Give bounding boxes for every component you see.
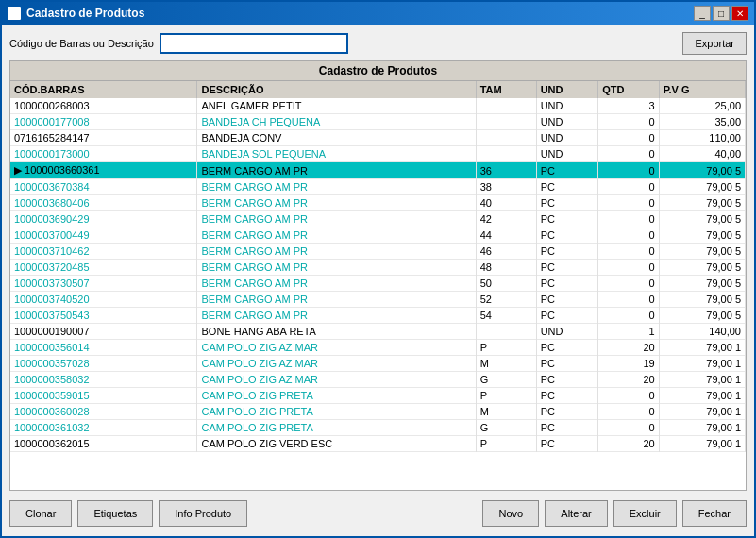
search-input[interactable] [160, 33, 348, 54]
cell-barcode: 1000000357028 [10, 356, 197, 372]
table-row[interactable]: 1000000361032 CAM POLO ZIG PRETA G PC 0 … [10, 420, 746, 436]
cell-pv: 25,00 [659, 98, 745, 114]
table-row[interactable]: 1000000358032 CAM POLO ZIG AZ MAR G PC 2… [10, 372, 746, 388]
table-row[interactable]: 1000000360028 CAM POLO ZIG PRETA M PC 0 … [10, 404, 746, 420]
cell-desc: CAM POLO ZIG PRETA [197, 420, 476, 436]
table-row[interactable]: 1000000357028 CAM POLO ZIG AZ MAR M PC 1… [10, 356, 746, 372]
cell-tam: G [476, 372, 536, 388]
cell-und: UND [536, 146, 598, 162]
cell-pv: 79,00 1 [659, 420, 745, 436]
table-row[interactable]: 1000000356014 CAM POLO ZIG AZ MAR P PC 2… [10, 340, 746, 356]
cell-tam: 44 [476, 227, 536, 244]
table-row[interactable]: 1000003690429 BERM CARGO AM PR 42 PC 0 7… [10, 211, 746, 227]
table-row[interactable]: 1000003670384 BERM CARGO AM PR 38 PC 0 7… [10, 179, 746, 195]
table-row[interactable]: ▶ 1000003660361 BERM CARGO AM PR 36 PC 0… [10, 162, 746, 179]
table-row[interactable]: 1000003740520 BERM CARGO AM PR 52 PC 0 7… [10, 292, 746, 308]
table-row[interactable]: 1000000362015 CAM POLO ZIG VERD ESC P PC… [10, 436, 746, 452]
new-button[interactable]: Novo [482, 500, 539, 527]
info-button[interactable]: Info Produto [159, 500, 247, 527]
cell-barcode: 1000000362015 [10, 436, 197, 452]
cell-und: PC [536, 340, 598, 356]
cell-pv: 79,00 5 [659, 244, 745, 260]
cell-qtd: 0 [598, 195, 659, 211]
cell-pv: 79,00 1 [659, 404, 745, 420]
export-button[interactable]: Exportar [682, 32, 747, 55]
cell-desc: CAM POLO ZIG AZ MAR [197, 356, 476, 372]
window-icon [8, 7, 21, 20]
table-row[interactable]: 1000003710462 BERM CARGO AM PR 46 PC 0 7… [10, 244, 746, 260]
cell-und: PC [536, 244, 598, 260]
cell-desc: BANDEJA CONV [197, 130, 476, 146]
cell-pv: 79,00 1 [659, 340, 745, 356]
clone-button[interactable]: Clonar [9, 500, 72, 527]
cell-und: PC [536, 420, 598, 436]
cell-tam [476, 146, 536, 162]
cell-tam [476, 324, 536, 340]
table-row[interactable]: 1000000173000 BANDEJA SOL PEQUENA UND 0 … [10, 146, 746, 162]
cell-barcode: 1000003670384 [10, 179, 197, 195]
cell-barcode: 1000000356014 [10, 340, 197, 356]
cell-desc: BERM CARGO AM PR [197, 308, 476, 324]
table-body: 1000000268003 ANEL GAMER PETIT UND 3 25,… [10, 98, 746, 452]
cell-desc: BERM CARGO AM PR [197, 260, 476, 276]
window-title: Cadastro de Produtos [26, 7, 144, 20]
cell-und: PC [536, 227, 598, 244]
cell-tam: 36 [476, 162, 536, 179]
cell-desc: CAM POLO ZIG PRETA [197, 388, 476, 404]
table-row[interactable]: 1000000268003 ANEL GAMER PETIT UND 3 25,… [10, 98, 746, 114]
edit-button[interactable]: Alterar [545, 500, 607, 527]
cell-barcode: 1000000268003 [10, 98, 197, 114]
labels-button[interactable]: Etiquetas [77, 500, 153, 527]
cell-barcode: 1000003730507 [10, 276, 197, 292]
table-header: CÓD.BARRAS DESCRIÇÃO TAM UND QTD P.V G [10, 81, 746, 98]
delete-button[interactable]: Excluir [613, 500, 677, 527]
cell-barcode: 1000000360028 [10, 404, 197, 420]
close-button[interactable]: ✕ [731, 6, 748, 21]
table-row[interactable]: 1000003720485 BERM CARGO AM PR 48 PC 0 7… [10, 260, 746, 276]
col-pv: P.V G [659, 81, 745, 98]
cell-barcode: 1000000173000 [10, 146, 197, 162]
table-row[interactable]: 1000000190007 BONE HANG ABA RETA UND 1 1… [10, 324, 746, 340]
cell-und: PC [536, 404, 598, 420]
table-row[interactable]: 1000003750543 BERM CARGO AM PR 54 PC 0 7… [10, 308, 746, 324]
main-window: Cadastro de Produtos _ □ ✕ Código de Bar… [0, 0, 756, 538]
col-barcode: CÓD.BARRAS [10, 81, 197, 98]
cell-qtd: 0 [598, 227, 659, 244]
cell-desc: BERM CARGO AM PR [197, 162, 476, 179]
cell-und: PC [536, 260, 598, 276]
cell-desc: BERM CARGO AM PR [197, 244, 476, 260]
table-row[interactable]: 1000003700449 BERM CARGO AM PR 44 PC 0 7… [10, 227, 746, 244]
cell-pv: 35,00 [659, 114, 745, 130]
cell-tam: 42 [476, 211, 536, 227]
cell-desc: BERM CARGO AM PR [197, 211, 476, 227]
cell-qtd: 0 [598, 114, 659, 130]
cell-qtd: 0 [598, 211, 659, 227]
cell-tam: P [476, 340, 536, 356]
table-row[interactable]: 0716165284147 BANDEJA CONV UND 0 110,00 [10, 130, 746, 146]
cell-tam [476, 114, 536, 130]
close-button[interactable]: Fechar [682, 500, 747, 527]
table-row[interactable]: 1000003730507 BERM CARGO AM PR 50 PC 0 7… [10, 276, 746, 292]
cell-qtd: 3 [598, 98, 659, 114]
cell-desc: BERM CARGO AM PR [197, 195, 476, 211]
cell-tam: 54 [476, 308, 536, 324]
maximize-button[interactable]: □ [713, 6, 730, 21]
table-row[interactable]: 1000000177008 BANDEJA CH PEQUENA UND 0 3… [10, 114, 746, 130]
minimize-button[interactable]: _ [694, 6, 711, 21]
cell-pv: 79,00 5 [659, 179, 745, 195]
cell-und: PC [536, 436, 598, 452]
cell-pv: 140,00 [659, 324, 745, 340]
cell-barcode: 1000000359015 [10, 388, 197, 404]
table-row[interactable]: 1000000359015 CAM POLO ZIG PRETA P PC 0 … [10, 388, 746, 404]
window-controls: _ □ ✕ [694, 6, 748, 21]
table-row[interactable]: 1000003680406 BERM CARGO AM PR 40 PC 0 7… [10, 195, 746, 211]
cell-tam: G [476, 420, 536, 436]
cell-tam: 46 [476, 244, 536, 260]
cell-tam: 50 [476, 276, 536, 292]
cell-qtd: 20 [598, 340, 659, 356]
cell-qtd: 0 [598, 130, 659, 146]
cell-barcode: 1000003680406 [10, 195, 197, 211]
cell-qtd: 0 [598, 420, 659, 436]
products-table: CÓD.BARRAS DESCRIÇÃO TAM UND QTD P.V G 1… [10, 81, 746, 452]
cell-barcode: 1000003720485 [10, 260, 197, 276]
